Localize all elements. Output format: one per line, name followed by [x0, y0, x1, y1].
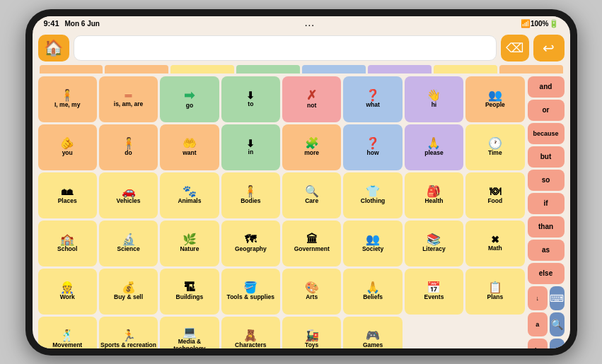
right-word-as[interactable]: as [528, 240, 565, 261]
app-content: 🏠 ⌫ ↩ [33, 31, 570, 348]
word-cell-what[interactable]: ❓ what [343, 76, 402, 122]
word-cell-i-me-my[interactable]: 🧍 I, me, my [38, 76, 97, 122]
word-cell-games[interactable]: 🎮 Games [343, 317, 402, 348]
label-beliefs: Beliefs [363, 294, 383, 300]
right-word-else[interactable]: else [528, 263, 565, 284]
icon-do: 🧍 [122, 138, 136, 149]
icon-more: 🧩 [305, 138, 319, 149]
icon-i-me-my: 🧍 [60, 90, 74, 101]
word-cell-clothing[interactable]: 👕 Clothing [343, 172, 402, 218]
tab-8[interactable] [499, 65, 563, 74]
word-cell-in[interactable]: ⬇ in [221, 124, 280, 170]
label-bodies: Bodies [241, 198, 260, 204]
icon-care: 🔍 [305, 186, 319, 197]
tab-1[interactable] [40, 65, 103, 74]
icon-bodies: 🧍 [243, 186, 257, 197]
word-cell-to[interactable]: ⬇ to [221, 76, 280, 122]
word-cell-arts[interactable]: 🎨 Arts [282, 269, 341, 315]
word-cell-health[interactable]: 🎒 Health [405, 172, 463, 218]
word-cell-want[interactable]: 🤲 want [160, 124, 219, 170]
label-please: please [424, 150, 443, 156]
keyboard-action[interactable]: ⌨ [550, 286, 565, 310]
edit-icon: ✏ [552, 345, 561, 348]
home-button[interactable]: 🏠 [38, 35, 69, 61]
word-cell-food[interactable]: 🍽 Food [465, 172, 524, 218]
word-cell-places[interactable]: 🏘 Places [38, 172, 97, 218]
word-cell-care[interactable]: 🔍 Care [282, 172, 341, 218]
word-cell-go[interactable]: ➡ go [160, 76, 219, 122]
word-cell-government[interactable]: 🏛 Government [282, 221, 341, 266]
back-button[interactable]: ↩ [533, 35, 565, 61]
label-hi: hi [432, 102, 437, 108]
right-word-if[interactable]: if [528, 193, 565, 214]
icon-food: 🍽 [490, 186, 501, 197]
word-cell-is-am-are[interactable]: ═ is, am, are [99, 76, 158, 122]
word-cell-work[interactable]: 👷 Work [38, 269, 97, 315]
label-school: School [57, 246, 77, 252]
tab-6[interactable] [368, 65, 432, 74]
right-word-than[interactable]: than [528, 216, 565, 237]
word-cell-animals[interactable]: 🐾 Animals [160, 172, 219, 218]
word-cell-not[interactable]: ✗ not [282, 76, 341, 122]
word-cell-hi[interactable]: 👋 hi [405, 76, 463, 122]
tab-7[interactable] [434, 65, 497, 74]
clear-button[interactable]: ⌫ [501, 35, 529, 61]
word-cell-beliefs[interactable]: 🙏 Beliefs [343, 269, 402, 315]
icon-you: 🫵 [60, 138, 74, 149]
word-cell-movement[interactable]: 🕺 Movement [38, 317, 97, 348]
right-word-but[interactable]: but [528, 146, 565, 168]
right-word-because[interactable]: because [528, 123, 565, 144]
word-cell-toys[interactable]: 🚂 Toys [282, 317, 341, 348]
icon-what: ❓ [366, 90, 380, 101]
word-cell-vehicles[interactable]: 🚗 Vehicles [99, 172, 158, 218]
word-cell-literacy[interactable]: 📚 Literacy [405, 221, 463, 266]
word-cell-more[interactable]: 🧩 more [282, 124, 341, 170]
word-cell-nature[interactable]: 🌿 Nature [160, 221, 219, 266]
word-cell-characters[interactable]: 🧸 Characters [221, 317, 280, 348]
word-cell-events[interactable]: 📅 Events [405, 269, 463, 315]
word-cell-media-technology[interactable]: 💻 Media & technology [160, 317, 219, 348]
right-word-a[interactable]: a [528, 312, 548, 336]
search-action[interactable]: 🔍 [550, 312, 565, 336]
word-cell-geography[interactable]: 🗺 Geography [221, 221, 280, 266]
label-nature: Nature [180, 246, 199, 252]
label-events: Events [424, 294, 444, 300]
word-cell-plans[interactable]: 📋 Plans [465, 269, 524, 315]
right-word-or[interactable]: or [528, 100, 565, 121]
word-cell-buy-sell[interactable]: 💰 Buy & sell [99, 269, 158, 315]
label-tools-supplies: Tools & supplies [227, 294, 274, 300]
word-cell-society[interactable]: 👥 Society [343, 221, 402, 266]
word-cell-bodies[interactable]: 🧍 Bodies [221, 172, 280, 218]
word-cell-please[interactable]: 🙏 please [405, 124, 463, 170]
battery-icon: 🔋 [549, 19, 559, 28]
word-cell-time[interactable]: 🕐 Time [465, 124, 524, 170]
word-cell-do[interactable]: 🧍 do [99, 124, 158, 170]
tab-3[interactable] [170, 65, 234, 74]
word-cell-science[interactable]: 🔬 Science [99, 221, 158, 266]
icon-buildings: 🏗 [184, 282, 195, 293]
device-frame: 9:41 Mon 6 Jun ... 📶 100% 🔋 🏠 ⌫ ↩ [25, 9, 577, 356]
word-cell-how[interactable]: ❓ how [343, 124, 402, 170]
status-time: 9:41 [44, 19, 59, 28]
label-movement: Movement [52, 342, 82, 348]
right-word-and[interactable]: and [528, 76, 565, 98]
tab-2[interactable] [105, 65, 168, 74]
tab-4[interactable] [236, 65, 300, 74]
right-word-the[interactable]: the [528, 339, 548, 348]
right-word-down[interactable]: ↓ [528, 286, 548, 310]
search-input[interactable] [74, 35, 497, 61]
label-in: in [248, 149, 254, 155]
label-how: how [367, 150, 379, 156]
keyboard-icon: ⌨ [550, 293, 564, 304]
word-cell-sports-recreation[interactable]: 🏃 Sports & recreation [99, 317, 158, 348]
word-cell-math[interactable]: ✖ Math [465, 221, 524, 266]
word-cell-school[interactable]: 🏫 School [38, 221, 97, 266]
word-cell-people[interactable]: 👥 People [465, 76, 524, 122]
word-cell-tools-supplies[interactable]: 🪣 Tools & supplies [221, 269, 280, 315]
edit-action[interactable]: ✏ [550, 339, 565, 348]
label-want: want [183, 150, 196, 156]
right-word-so[interactable]: so [528, 170, 565, 191]
tab-5[interactable] [302, 65, 366, 74]
word-cell-buildings[interactable]: 🏗 Buildings [160, 269, 219, 315]
word-cell-you[interactable]: 🫵 you [38, 124, 97, 170]
